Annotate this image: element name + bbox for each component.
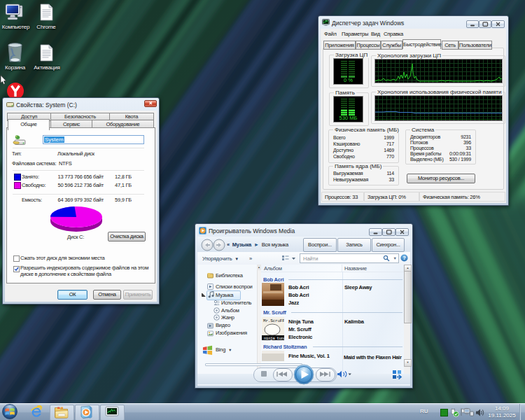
svg-text:ninja tuna: ninja tuna [264, 336, 284, 340]
svg-text:?: ? [402, 255, 406, 261]
svg-text:Mr.ScruFF: Mr.ScruFF [263, 318, 284, 323]
